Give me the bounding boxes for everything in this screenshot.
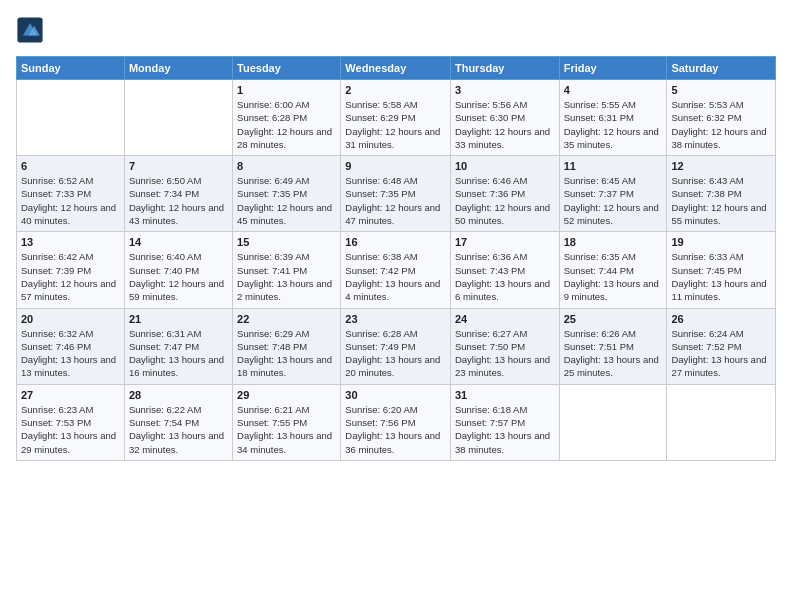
logo-icon: [16, 16, 44, 44]
calendar-cell: 15Sunrise: 6:39 AMSunset: 7:41 PMDayligh…: [233, 232, 341, 308]
cell-content: Sunrise: 6:45 AMSunset: 7:37 PMDaylight:…: [564, 174, 663, 227]
calendar-cell: 2Sunrise: 5:58 AMSunset: 6:29 PMDaylight…: [341, 80, 451, 156]
calendar-header-row: SundayMondayTuesdayWednesdayThursdayFrid…: [17, 57, 776, 80]
cell-content: Sunrise: 6:32 AMSunset: 7:46 PMDaylight:…: [21, 327, 120, 380]
cell-content: Sunrise: 6:49 AMSunset: 7:35 PMDaylight:…: [237, 174, 336, 227]
day-number: 25: [564, 313, 663, 325]
cell-content: Sunrise: 6:21 AMSunset: 7:55 PMDaylight:…: [237, 403, 336, 456]
day-number: 22: [237, 313, 336, 325]
cell-content: Sunrise: 6:48 AMSunset: 7:35 PMDaylight:…: [345, 174, 446, 227]
cell-content: Sunrise: 6:31 AMSunset: 7:47 PMDaylight:…: [129, 327, 228, 380]
calendar-cell: 3Sunrise: 5:56 AMSunset: 6:30 PMDaylight…: [450, 80, 559, 156]
calendar-cell: 27Sunrise: 6:23 AMSunset: 7:53 PMDayligh…: [17, 384, 125, 460]
calendar-week-1: 1Sunrise: 6:00 AMSunset: 6:28 PMDaylight…: [17, 80, 776, 156]
cell-content: Sunrise: 6:43 AMSunset: 7:38 PMDaylight:…: [671, 174, 771, 227]
day-header-friday: Friday: [559, 57, 667, 80]
day-number: 24: [455, 313, 555, 325]
day-header-thursday: Thursday: [450, 57, 559, 80]
cell-content: Sunrise: 6:28 AMSunset: 7:49 PMDaylight:…: [345, 327, 446, 380]
calendar-cell: 20Sunrise: 6:32 AMSunset: 7:46 PMDayligh…: [17, 308, 125, 384]
calendar-cell: 1Sunrise: 6:00 AMSunset: 6:28 PMDaylight…: [233, 80, 341, 156]
calendar-table: SundayMondayTuesdayWednesdayThursdayFrid…: [16, 56, 776, 461]
calendar-cell: [667, 384, 776, 460]
day-number: 7: [129, 160, 228, 172]
day-number: 21: [129, 313, 228, 325]
calendar-week-5: 27Sunrise: 6:23 AMSunset: 7:53 PMDayligh…: [17, 384, 776, 460]
day-number: 4: [564, 84, 663, 96]
cell-content: Sunrise: 6:42 AMSunset: 7:39 PMDaylight:…: [21, 250, 120, 303]
calendar-cell: 17Sunrise: 6:36 AMSunset: 7:43 PMDayligh…: [450, 232, 559, 308]
day-number: 12: [671, 160, 771, 172]
day-number: 5: [671, 84, 771, 96]
calendar-cell: 29Sunrise: 6:21 AMSunset: 7:55 PMDayligh…: [233, 384, 341, 460]
day-number: 17: [455, 236, 555, 248]
logo: [16, 16, 48, 44]
cell-content: Sunrise: 6:36 AMSunset: 7:43 PMDaylight:…: [455, 250, 555, 303]
day-number: 19: [671, 236, 771, 248]
page-header: [16, 16, 776, 44]
calendar-cell: [17, 80, 125, 156]
day-number: 8: [237, 160, 336, 172]
calendar-cell: 11Sunrise: 6:45 AMSunset: 7:37 PMDayligh…: [559, 156, 667, 232]
cell-content: Sunrise: 6:27 AMSunset: 7:50 PMDaylight:…: [455, 327, 555, 380]
calendar-cell: 31Sunrise: 6:18 AMSunset: 7:57 PMDayligh…: [450, 384, 559, 460]
day-number: 30: [345, 389, 446, 401]
day-number: 13: [21, 236, 120, 248]
calendar-cell: 7Sunrise: 6:50 AMSunset: 7:34 PMDaylight…: [124, 156, 232, 232]
calendar-cell: 12Sunrise: 6:43 AMSunset: 7:38 PMDayligh…: [667, 156, 776, 232]
cell-content: Sunrise: 6:20 AMSunset: 7:56 PMDaylight:…: [345, 403, 446, 456]
day-header-sunday: Sunday: [17, 57, 125, 80]
day-number: 27: [21, 389, 120, 401]
calendar-cell: 26Sunrise: 6:24 AMSunset: 7:52 PMDayligh…: [667, 308, 776, 384]
cell-content: Sunrise: 6:23 AMSunset: 7:53 PMDaylight:…: [21, 403, 120, 456]
calendar-cell: 5Sunrise: 5:53 AMSunset: 6:32 PMDaylight…: [667, 80, 776, 156]
cell-content: Sunrise: 6:50 AMSunset: 7:34 PMDaylight:…: [129, 174, 228, 227]
calendar-cell: [124, 80, 232, 156]
day-number: 9: [345, 160, 446, 172]
calendar-cell: 30Sunrise: 6:20 AMSunset: 7:56 PMDayligh…: [341, 384, 451, 460]
cell-content: Sunrise: 6:22 AMSunset: 7:54 PMDaylight:…: [129, 403, 228, 456]
calendar-cell: 22Sunrise: 6:29 AMSunset: 7:48 PMDayligh…: [233, 308, 341, 384]
calendar-cell: 23Sunrise: 6:28 AMSunset: 7:49 PMDayligh…: [341, 308, 451, 384]
day-number: 6: [21, 160, 120, 172]
calendar-cell: 6Sunrise: 6:52 AMSunset: 7:33 PMDaylight…: [17, 156, 125, 232]
cell-content: Sunrise: 5:55 AMSunset: 6:31 PMDaylight:…: [564, 98, 663, 151]
day-number: 11: [564, 160, 663, 172]
calendar-week-2: 6Sunrise: 6:52 AMSunset: 7:33 PMDaylight…: [17, 156, 776, 232]
day-number: 29: [237, 389, 336, 401]
calendar-cell: 19Sunrise: 6:33 AMSunset: 7:45 PMDayligh…: [667, 232, 776, 308]
day-number: 3: [455, 84, 555, 96]
day-number: 1: [237, 84, 336, 96]
cell-content: Sunrise: 5:53 AMSunset: 6:32 PMDaylight:…: [671, 98, 771, 151]
day-number: 28: [129, 389, 228, 401]
cell-content: Sunrise: 6:52 AMSunset: 7:33 PMDaylight:…: [21, 174, 120, 227]
calendar-cell: 18Sunrise: 6:35 AMSunset: 7:44 PMDayligh…: [559, 232, 667, 308]
cell-content: Sunrise: 6:39 AMSunset: 7:41 PMDaylight:…: [237, 250, 336, 303]
cell-content: Sunrise: 5:56 AMSunset: 6:30 PMDaylight:…: [455, 98, 555, 151]
calendar-cell: 10Sunrise: 6:46 AMSunset: 7:36 PMDayligh…: [450, 156, 559, 232]
day-number: 16: [345, 236, 446, 248]
cell-content: Sunrise: 5:58 AMSunset: 6:29 PMDaylight:…: [345, 98, 446, 151]
cell-content: Sunrise: 6:35 AMSunset: 7:44 PMDaylight:…: [564, 250, 663, 303]
calendar-cell: 14Sunrise: 6:40 AMSunset: 7:40 PMDayligh…: [124, 232, 232, 308]
cell-content: Sunrise: 6:38 AMSunset: 7:42 PMDaylight:…: [345, 250, 446, 303]
day-number: 10: [455, 160, 555, 172]
calendar-cell: 21Sunrise: 6:31 AMSunset: 7:47 PMDayligh…: [124, 308, 232, 384]
calendar-cell: 13Sunrise: 6:42 AMSunset: 7:39 PMDayligh…: [17, 232, 125, 308]
calendar-cell: 25Sunrise: 6:26 AMSunset: 7:51 PMDayligh…: [559, 308, 667, 384]
day-number: 18: [564, 236, 663, 248]
calendar-cell: 28Sunrise: 6:22 AMSunset: 7:54 PMDayligh…: [124, 384, 232, 460]
calendar-cell: 9Sunrise: 6:48 AMSunset: 7:35 PMDaylight…: [341, 156, 451, 232]
day-number: 2: [345, 84, 446, 96]
day-number: 15: [237, 236, 336, 248]
day-header-wednesday: Wednesday: [341, 57, 451, 80]
day-number: 23: [345, 313, 446, 325]
day-number: 20: [21, 313, 120, 325]
day-number: 31: [455, 389, 555, 401]
cell-content: Sunrise: 6:26 AMSunset: 7:51 PMDaylight:…: [564, 327, 663, 380]
calendar-week-4: 20Sunrise: 6:32 AMSunset: 7:46 PMDayligh…: [17, 308, 776, 384]
calendar-cell: [559, 384, 667, 460]
day-header-monday: Monday: [124, 57, 232, 80]
calendar-cell: 8Sunrise: 6:49 AMSunset: 7:35 PMDaylight…: [233, 156, 341, 232]
day-header-tuesday: Tuesday: [233, 57, 341, 80]
